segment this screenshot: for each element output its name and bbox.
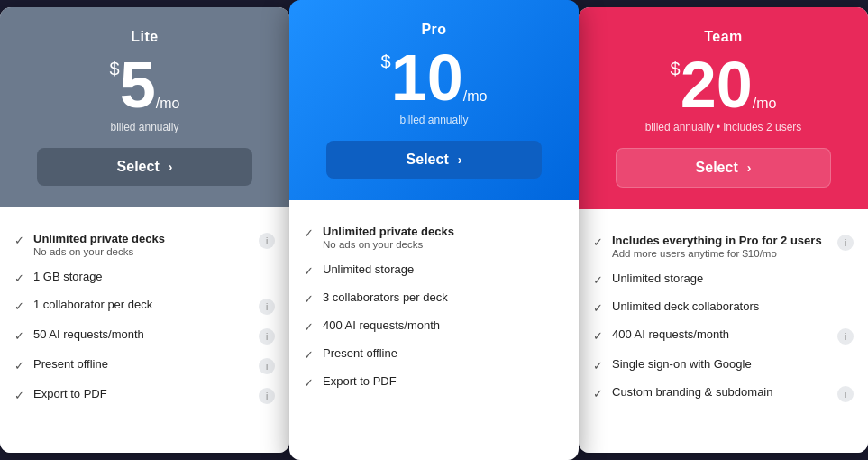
pro-chevron-icon: › — [458, 152, 462, 167]
lite-info-icon[interactable]: i — [259, 358, 275, 374]
lite-info-icon[interactable]: i — [259, 233, 275, 249]
lite-feature-text: Export to PDF — [33, 387, 250, 400]
plan-card-team: Team$20/mobilled annually • includes 2 u… — [579, 7, 868, 453]
team-feature-text-wrap: Custom branding & subdomain — [612, 385, 828, 399]
team-header: Team$20/mobilled annually • includes 2 u… — [579, 7, 868, 209]
pro-price-dollar: $ — [381, 52, 391, 70]
lite-feature-text-wrap: 1 GB storage — [33, 270, 275, 283]
lite-feature-text: Unlimited private decks — [33, 232, 250, 245]
team-feature-sub: Add more users anytime for $10/mo — [612, 248, 828, 259]
lite-price-row: $5/mo — [110, 52, 180, 117]
lite-checkmark-icon: ✓ — [14, 234, 24, 247]
team-info-icon[interactable]: i — [837, 235, 854, 251]
plans-container: Lite$5/mobilled annuallySelect›✓Unlimite… — [0, 0, 868, 460]
lite-feature-text: 1 GB storage — [33, 270, 275, 283]
team-feature-text-wrap: 400 AI requests/month — [612, 327, 828, 341]
lite-feature-item: ✓1 GB storage — [14, 263, 275, 291]
pro-feature-text-wrap: Export to PDF — [323, 374, 564, 388]
lite-feature-text-wrap: Export to PDF — [33, 387, 250, 400]
lite-checkmark-icon: ✓ — [14, 359, 24, 373]
pro-feature-text: 3 collaborators per deck — [323, 290, 564, 304]
pro-feature-text: 400 AI requests/month — [323, 318, 564, 332]
team-feature-text-wrap: Unlimited deck collaborators — [612, 299, 854, 313]
lite-feature-text-wrap: Present offline — [33, 357, 250, 371]
pro-feature-text: Unlimited private decks — [323, 225, 564, 238]
lite-price-amount: 5 — [120, 52, 156, 117]
pro-feature-item: ✓Unlimited private decksNo ads on your d… — [304, 218, 564, 256]
team-price-dollar: $ — [671, 60, 681, 78]
team-feature-item: ✓Single sign-on with Google — [593, 351, 854, 379]
team-checkmark-icon: ✓ — [593, 329, 603, 343]
lite-feature-text: 50 AI requests/month — [33, 327, 250, 341]
team-checkmark-icon: ✓ — [593, 235, 603, 249]
pro-feature-text: Unlimited storage — [323, 262, 564, 276]
pro-feature-text: Present offline — [323, 346, 564, 360]
team-feature-text: Includes everything in Pro for 2 users — [612, 234, 828, 247]
lite-info-icon[interactable]: i — [259, 388, 275, 404]
team-info-icon[interactable]: i — [837, 328, 854, 345]
lite-chevron-icon: › — [169, 160, 173, 174]
team-feature-text: Unlimited deck collaborators — [612, 299, 854, 313]
team-price-row: $20/mo — [671, 52, 777, 117]
pro-price-amount: 10 — [391, 45, 463, 110]
team-billing: billed annually • includes 2 users — [645, 121, 802, 133]
lite-feature-item: ✓Export to PDFi — [14, 381, 275, 410]
lite-feature-item: ✓Present offlinei — [14, 351, 275, 381]
pro-feature-text-wrap: 3 collaborators per deck — [323, 290, 564, 304]
lite-checkmark-icon: ✓ — [14, 389, 24, 402]
pro-feature-item: ✓Export to PDF — [304, 368, 564, 396]
pro-name: Pro — [421, 22, 446, 38]
team-feature-text: 400 AI requests/month — [612, 327, 828, 341]
pro-feature-text-wrap: Unlimited private decksNo ads on your de… — [323, 225, 564, 250]
pro-feature-text-wrap: Unlimited storage — [323, 262, 564, 276]
lite-feature-text: Present offline — [33, 357, 250, 371]
team-select-label: Select — [696, 160, 738, 176]
pro-checkmark-icon: ✓ — [304, 226, 314, 240]
lite-info-icon[interactable]: i — [259, 299, 275, 315]
lite-feature-item: ✓Unlimited private decksNo ads on your d… — [14, 225, 275, 263]
lite-select-button[interactable]: Select› — [37, 148, 252, 186]
lite-price-mo: /mo — [156, 96, 180, 112]
team-features: ✓Includes everything in Pro for 2 usersA… — [579, 209, 868, 453]
lite-billing: billed annually — [110, 121, 178, 133]
lite-feature-text: 1 collaborator per deck — [33, 298, 250, 311]
team-price-mo: /mo — [753, 96, 777, 112]
team-feature-text-wrap: Includes everything in Pro for 2 usersAd… — [612, 234, 828, 259]
lite-info-icon[interactable]: i — [259, 328, 275, 345]
pro-billing: billed annually — [399, 114, 468, 126]
pro-checkmark-icon: ✓ — [304, 348, 314, 362]
team-checkmark-icon: ✓ — [593, 301, 603, 315]
team-info-icon[interactable]: i — [837, 386, 854, 402]
plan-card-pro: Pro$10/mobilled annuallySelect›✓Unlimite… — [289, 0, 579, 460]
pro-feature-text: Export to PDF — [323, 374, 564, 388]
team-feature-text-wrap: Unlimited storage — [612, 271, 854, 285]
team-feature-text-wrap: Single sign-on with Google — [612, 357, 854, 371]
team-select-button[interactable]: Select› — [616, 148, 831, 188]
team-checkmark-icon: ✓ — [593, 273, 603, 287]
team-checkmark-icon: ✓ — [593, 359, 603, 373]
team-feature-item: ✓400 AI requests/monthi — [593, 321, 854, 351]
lite-feature-text-wrap: Unlimited private decksNo ads on your de… — [33, 232, 250, 257]
pro-checkmark-icon: ✓ — [304, 292, 314, 306]
team-price-amount: 20 — [681, 52, 753, 117]
team-feature-text: Single sign-on with Google — [612, 357, 854, 371]
pro-feature-text-wrap: 400 AI requests/month — [323, 318, 564, 332]
team-feature-item: ✓Includes everything in Pro for 2 usersA… — [593, 227, 854, 265]
pro-features: ✓Unlimited private decksNo ads on your d… — [289, 200, 579, 460]
lite-feature-text-wrap: 50 AI requests/month — [33, 327, 250, 341]
pro-feature-item: ✓Present offline — [304, 340, 564, 368]
lite-feature-item: ✓1 collaborator per decki — [14, 291, 275, 321]
team-feature-item: ✓Unlimited deck collaborators — [593, 293, 854, 321]
team-chevron-icon: › — [747, 161, 752, 175]
pro-feature-sub: No ads on your decks — [323, 239, 564, 250]
lite-feature-item: ✓50 AI requests/monthi — [14, 321, 275, 351]
lite-name: Lite — [131, 29, 158, 45]
pro-feature-item: ✓3 collaborators per deck — [304, 284, 564, 312]
pro-select-label: Select — [407, 152, 449, 168]
lite-feature-text-wrap: 1 collaborator per deck — [33, 298, 250, 311]
plan-card-lite: Lite$5/mobilled annuallySelect›✓Unlimite… — [0, 7, 289, 453]
pro-feature-item: ✓Unlimited storage — [304, 256, 564, 284]
pro-price-mo: /mo — [463, 88, 488, 105]
pro-select-button[interactable]: Select› — [326, 141, 542, 179]
lite-feature-sub: No ads on your decks — [33, 246, 250, 257]
